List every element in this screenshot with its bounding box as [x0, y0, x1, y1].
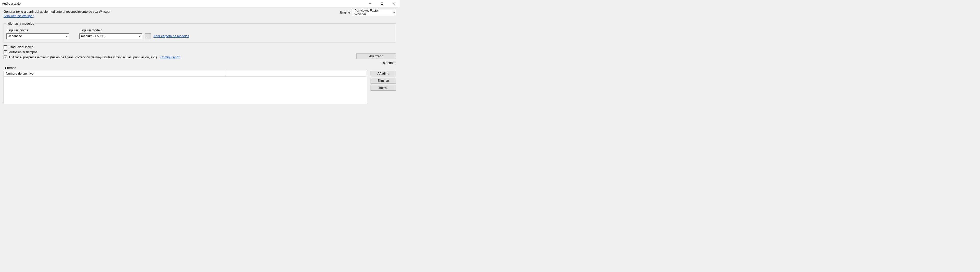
close-button[interactable]	[388, 0, 400, 7]
remove-button-label: Eliminar	[377, 79, 389, 82]
browse-model-button[interactable]: ...	[145, 33, 151, 39]
model-label: Elige un modelo	[80, 28, 189, 32]
checks-column: Traducir al inglés Autoajustar tiempos U…	[3, 45, 396, 59]
clear-button-label: Borrar	[379, 86, 388, 90]
minimize-button[interactable]	[364, 0, 376, 7]
autoadjust-check-row: Autoajustar tiempos	[3, 51, 396, 54]
window-title: Audio a texto	[2, 2, 21, 5]
add-button-label: Añadir...	[377, 72, 389, 75]
autoadjust-checkbox[interactable]	[3, 51, 7, 54]
maximize-button[interactable]	[376, 0, 388, 7]
engine-select[interactable]: Purfview's Faster-Whisper	[353, 9, 396, 15]
engine-row: Engine Purfview's Faster-Whisper	[340, 9, 396, 15]
postproc-checkbox[interactable]	[3, 55, 7, 59]
engine-select-value: Purfview's Faster-Whisper	[355, 9, 391, 16]
model-row: medium (1.5 GB) ... Abrir carpeta de mod…	[80, 33, 189, 39]
postproc-check-row: Utilizar el posprocesamiento (fusión de …	[3, 55, 396, 59]
header-row: Generar texto a partir del audio mediant…	[3, 9, 396, 18]
postproc-config-link[interactable]: Configuración	[161, 55, 180, 59]
chevron-down-icon	[393, 11, 395, 14]
language-label: Elige un idioma	[6, 28, 69, 32]
model-select[interactable]: medium (1.5 GB)	[80, 33, 142, 39]
group-legend: Idiomas y modelos	[6, 22, 35, 25]
languages-models-group: Idiomas y modelos Elige un idioma Japane…	[3, 22, 396, 43]
chevron-down-icon	[139, 35, 141, 38]
translate-checkbox[interactable]	[3, 45, 7, 49]
side-buttons: Añadir... Eliminar Borrar	[371, 71, 396, 91]
clear-button[interactable]: Borrar	[371, 85, 396, 91]
whisper-site-link[interactable]: Sitio web de Whisper	[3, 14, 33, 18]
advanced-button-label: Avanzado	[369, 54, 383, 58]
autoadjust-label: Autoajustar tiempos	[9, 51, 37, 54]
model-column: Elige un modelo medium (1.5 GB) ... Abri…	[80, 28, 189, 39]
audio-to-text-window: Audio a texto Generar texto a partir del…	[0, 0, 400, 106]
add-button[interactable]: Añadir...	[371, 71, 396, 76]
file-list-header: Nombre del archivo	[4, 71, 367, 77]
input-section: Entrada Nombre del archivo Añadir... Eli…	[3, 66, 396, 104]
translate-check-row: Traducir al inglés	[3, 45, 396, 49]
titlebar: Audio a texto	[0, 0, 400, 7]
window-buttons	[364, 0, 400, 7]
postproc-label: Utilizar el posprocesamiento (fusión de …	[9, 55, 157, 59]
input-label: Entrada	[5, 66, 396, 70]
model-select-value: medium (1.5 GB)	[81, 35, 105, 38]
options-area: Traducir al inglés Autoajustar tiempos U…	[3, 45, 396, 59]
language-column: Elige un idioma Japanese	[6, 28, 69, 39]
translate-label: Traducir al inglés	[9, 45, 33, 49]
language-select[interactable]: Japanese	[6, 33, 69, 39]
standard-text: --standard	[381, 61, 396, 65]
engine-label: Engine	[340, 11, 350, 14]
svg-rect-1	[381, 3, 383, 4]
col-filename-header[interactable]: Nombre del archivo	[4, 71, 226, 76]
filelist-row: Nombre del archivo Añadir... Eliminar Bo…	[3, 71, 396, 104]
content-area: Generar texto a partir del audio mediant…	[0, 7, 400, 106]
col-empty-header[interactable]	[226, 71, 367, 76]
chevron-down-icon	[66, 35, 68, 38]
ellipsis-icon: ...	[146, 35, 149, 38]
description-text: Generar texto a partir del audio mediant…	[3, 9, 110, 14]
open-models-folder-link[interactable]: Abrir carpeta de modelos	[153, 35, 189, 38]
advanced-button[interactable]: Avanzado	[356, 54, 396, 59]
language-select-value: Japanese	[8, 35, 22, 38]
description-block: Generar texto a partir del audio mediant…	[3, 9, 110, 18]
advanced-block: Avanzado --standard	[356, 54, 396, 65]
file-list[interactable]: Nombre del archivo	[3, 71, 367, 104]
remove-button[interactable]: Eliminar	[371, 78, 396, 84]
group-columns: Elige un idioma Japanese Elige un modelo…	[6, 28, 393, 39]
